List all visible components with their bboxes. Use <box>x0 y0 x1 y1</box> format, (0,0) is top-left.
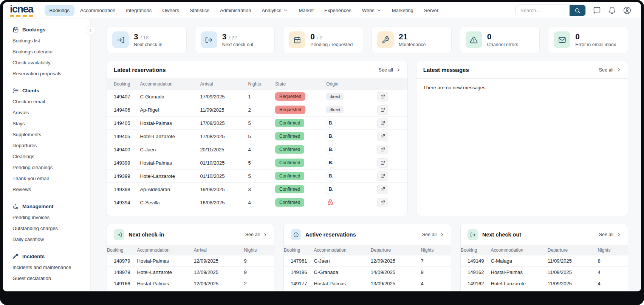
sidebar-item-reservation-proposals[interactable]: Reservation proposals <box>12 68 90 79</box>
sidebar-item-outstanding-charges[interactable]: Outstanding charges <box>12 223 90 234</box>
table-row[interactable]: 149177Hostal-Palmas13/09/20254 <box>284 278 451 289</box>
sidebar-item-bookings-calendar[interactable]: Bookings calendar <box>12 46 90 57</box>
table-row[interactable]: 149394C-Sevilla16/08/20254Confirmed <box>107 196 407 209</box>
sidebar-item-cleanings[interactable]: Cleanings <box>12 151 90 162</box>
table-row[interactable]: 148979Hotel-Lanzarote12/09/20259 <box>107 267 274 278</box>
table-row[interactable]: 149166Hostal-Palmas12/09/20252 <box>107 278 274 289</box>
check-out-icon <box>470 232 476 238</box>
calendar-icon <box>12 26 19 33</box>
nav-item-analytics[interactable]: Analytics <box>257 5 293 16</box>
sidebar-item-incidents-and-maintenance[interactable]: Incidents and maintenance <box>12 262 90 273</box>
sidebar-item-guest-declaration[interactable]: Guest declaration <box>12 273 90 284</box>
panel-title: Latest messages <box>423 67 469 73</box>
nav-item-market[interactable]: Market <box>294 5 319 16</box>
table-row[interactable]: 147961C-Jaen12/09/20257 <box>284 255 451 267</box>
topbar: icnea BookingsAccommodationIntegrationsO… <box>3 2 641 19</box>
open-booking-button[interactable] <box>377 198 388 207</box>
table-row[interactable]: 149407C-Granada17/09/20251Requesteddirec… <box>107 90 407 103</box>
stat-card-maintenance[interactable]: 21Maintenance <box>372 26 452 53</box>
sidebar-item-stays[interactable]: Stays <box>12 118 90 129</box>
stat-value: 21 <box>399 33 426 40</box>
user-account-icon[interactable] <box>623 6 631 14</box>
table-row[interactable]: 148979Hostal-Palmas12/09/20259 <box>107 255 274 267</box>
see-all-link[interactable]: See all <box>379 67 401 73</box>
nav-item-statistics[interactable]: Statistics <box>185 5 214 16</box>
open-booking-button[interactable] <box>377 158 388 168</box>
sidebar-item-check-availability[interactable]: Check availability <box>12 57 90 68</box>
open-booking-button[interactable] <box>377 171 388 181</box>
nav-item-experiences[interactable]: Experiences <box>319 5 356 16</box>
nav-item-label: Owners <box>162 8 179 13</box>
see-all-link[interactable]: See all <box>245 232 267 237</box>
sidebar-item-thank-you-email[interactable]: Thank-you email <box>12 173 90 184</box>
search-button[interactable] <box>570 5 585 16</box>
external-link-icon <box>381 121 385 125</box>
open-booking-button[interactable] <box>377 118 388 128</box>
sidebar-item-reviews[interactable]: Reviews <box>12 184 90 195</box>
nights-cell: 5 <box>248 117 276 130</box>
sidebar-item-daily-cashflow[interactable]: Daily cashflow <box>12 234 90 245</box>
see-all-link[interactable]: See all <box>422 232 444 237</box>
search-box <box>516 5 586 16</box>
external-link-icon <box>381 107 385 112</box>
open-booking-button[interactable] <box>377 185 388 194</box>
origin-cell: B. <box>326 117 377 130</box>
see-all-link[interactable]: See all <box>599 232 621 237</box>
accommodation-cell: C-Jaen <box>140 143 200 156</box>
open-booking-button[interactable] <box>377 92 388 101</box>
table-row[interactable]: 149398Ap-Aldebaran19/08/20253ConfirmedB. <box>107 183 407 196</box>
stat-card-next-check-out[interactable]: 3 / 22Next check out <box>195 26 275 53</box>
sidebar-item-bookings-list[interactable]: Bookings list <box>12 35 90 46</box>
table-row[interactable]: 149162Hostal-Palmas11/09/20254 <box>461 267 628 278</box>
sidebar-section-title: Incidents <box>22 254 45 259</box>
nav-item-marketing[interactable]: Marketing <box>387 5 418 16</box>
see-all-link[interactable]: See all <box>599 67 621 73</box>
table-row[interactable]: 149400C-Jaen20/11/20254ConfirmedB. <box>107 143 407 156</box>
status-badge: Requested <box>275 92 305 101</box>
open-booking-button[interactable] <box>377 145 388 154</box>
nav-item-owners[interactable]: Owners <box>157 5 184 16</box>
check-in-icon <box>117 36 125 44</box>
table-row[interactable]: 149162Hotel-Lanzarote11/09/20254 <box>461 278 628 289</box>
main-nav: BookingsAccommodationIntegrationsOwnersS… <box>45 5 444 16</box>
see-all-label: See all <box>422 232 437 237</box>
sidebar-collapse-button[interactable] <box>86 26 95 35</box>
sidebar-item-pending-invoices[interactable]: Pending invoices <box>12 212 90 223</box>
table-row[interactable]: 149399Hostal-Palmas01/10/20255ConfirmedB… <box>107 156 407 170</box>
open-booking-button[interactable] <box>377 132 388 141</box>
search-input[interactable] <box>516 5 570 16</box>
wrench-icon <box>382 36 390 44</box>
booking-cell: 149399 <box>107 170 140 183</box>
table-row[interactable]: 149405Hostal-Palmas17/08/20255ConfirmedB… <box>107 117 407 130</box>
stat-card-next-check-in[interactable]: 3 / 18Next check-in <box>107 26 187 53</box>
sidebar-item-pending-cleanings[interactable]: Pending cleanings <box>12 162 90 173</box>
sidebar-item-departures[interactable]: Departures <box>12 140 90 151</box>
sidebar-item-arrivals[interactable]: Arrivals <box>12 107 90 118</box>
chat-icon[interactable] <box>593 6 601 14</box>
table-row[interactable]: 149186C-Granada14/09/20259 <box>284 267 451 278</box>
stat-card-text: 21Maintenance <box>399 33 426 47</box>
open-booking-button[interactable] <box>377 105 388 115</box>
stat-card-error-in-email-inbox[interactable]: 0Error in email inbox <box>548 26 628 53</box>
table-row[interactable]: 149149C-Malaga11/09/20258 <box>461 255 628 267</box>
nav-item-accommodation[interactable]: Accommodation <box>75 5 120 16</box>
table-row[interactable]: 149405Hotel-Lanzarote17/08/20255Confirme… <box>107 130 407 143</box>
sidebar-item-check-in-email[interactable]: Check-in email <box>12 96 90 107</box>
stat-card-channel-errors[interactable]: 0Channel errors <box>460 26 540 53</box>
stat-card-pending-requested[interactable]: 0 / 2Pending / requested <box>283 26 363 53</box>
state-cell: Confirmed <box>275 183 326 196</box>
bell-icon[interactable] <box>608 6 616 14</box>
arrival-cell: 11/09/2025 <box>200 103 248 117</box>
nav-item-integrations[interactable]: Integrations <box>121 5 156 16</box>
table-row[interactable]: 149406Ap-Rigel11/09/20252Requesteddirect <box>107 103 407 117</box>
nav-item-administration[interactable]: Administration <box>215 5 256 16</box>
table-row[interactable]: 149399Hotel-Lanzarote01/10/20255Confirme… <box>107 170 407 183</box>
nav-item-label: Analytics <box>262 8 281 13</box>
nights-cell: 4 <box>248 143 276 156</box>
nav-item-webs[interactable]: Webs <box>357 5 386 16</box>
cell: 12/09/2025 <box>194 267 244 278</box>
sidebar-section-clients: ClientsCheck-in emailArrivalsStaysSupple… <box>12 87 90 195</box>
nav-item-server[interactable]: Server <box>419 5 443 16</box>
nav-item-bookings[interactable]: Bookings <box>45 5 74 16</box>
sidebar-item-supplements[interactable]: Supplements <box>12 129 90 140</box>
